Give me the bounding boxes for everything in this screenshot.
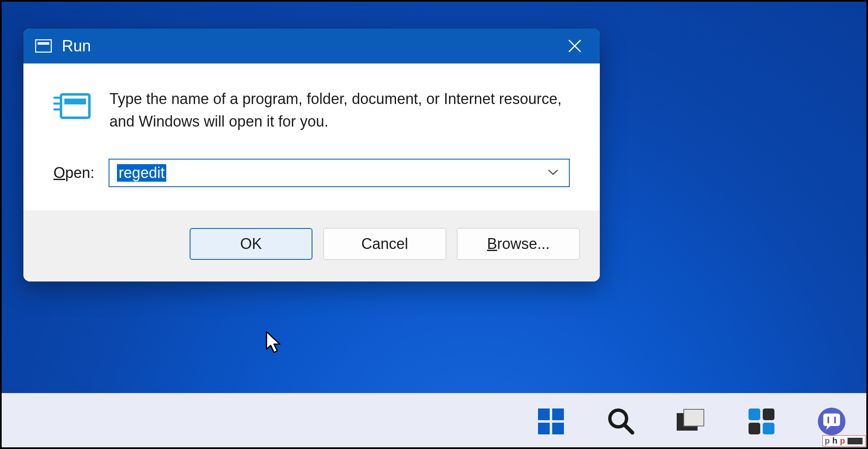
- svg-rect-8: [538, 423, 550, 434]
- taskbar: [0, 393, 868, 449]
- task-view-icon: [676, 408, 707, 435]
- svg-rect-9: [552, 423, 564, 434]
- dialog-body: Type the name of a program, folder, docu…: [23, 63, 600, 211]
- widgets-icon: [747, 407, 776, 436]
- search-icon: [607, 407, 636, 436]
- description-row: Type the name of a program, folder, docu…: [53, 88, 570, 133]
- run-large-icon: [53, 88, 92, 125]
- button-bar: OK Cancel Browse...: [23, 211, 600, 282]
- windows-logo-icon: [537, 408, 565, 435]
- browse-button[interactable]: Browse...: [457, 228, 580, 260]
- run-dialog: Run Type the name of a program, fo: [23, 28, 600, 282]
- svg-line-11: [625, 425, 632, 433]
- chevron-down-icon[interactable]: [547, 168, 559, 178]
- open-input[interactable]: regedit: [117, 164, 166, 182]
- svg-rect-7: [552, 408, 564, 420]
- watermark: php: [822, 435, 865, 446]
- dialog-title: Run: [62, 37, 91, 55]
- dialog-description: Type the name of a program, folder, docu…: [109, 88, 570, 133]
- task-view-button[interactable]: [675, 405, 708, 438]
- ok-button[interactable]: OK: [190, 228, 312, 260]
- start-button[interactable]: [535, 405, 567, 438]
- svg-rect-4: [61, 94, 89, 118]
- open-label: Open:: [53, 164, 94, 182]
- svg-rect-20: [827, 416, 829, 424]
- chat-icon: [816, 406, 847, 437]
- svg-rect-14: [684, 410, 703, 426]
- svg-rect-21: [834, 416, 836, 424]
- cancel-button-label: Cancel: [361, 235, 408, 253]
- svg-rect-16: [763, 408, 774, 420]
- ok-button-label: OK: [240, 235, 262, 253]
- svg-rect-1: [38, 42, 49, 45]
- close-icon: [568, 39, 582, 53]
- browse-button-label: Browse...: [487, 235, 550, 253]
- widgets-button[interactable]: [745, 405, 778, 438]
- cancel-button[interactable]: Cancel: [323, 228, 446, 260]
- run-icon: [34, 38, 53, 53]
- svg-rect-17: [749, 423, 760, 434]
- svg-rect-6: [538, 408, 550, 420]
- svg-rect-15: [749, 408, 760, 420]
- svg-rect-18: [763, 423, 774, 434]
- open-row: Open: regedit: [53, 159, 570, 187]
- chat-button[interactable]: [815, 405, 848, 438]
- desktop: Run Type the name of a program, fo: [0, 0, 868, 449]
- search-button[interactable]: [605, 405, 637, 438]
- close-button[interactable]: [561, 33, 589, 59]
- svg-rect-5: [64, 99, 86, 104]
- mouse-cursor-icon: [265, 331, 285, 356]
- svg-rect-0: [36, 40, 51, 52]
- open-combobox[interactable]: regedit: [109, 159, 570, 187]
- titlebar[interactable]: Run: [23, 28, 600, 63]
